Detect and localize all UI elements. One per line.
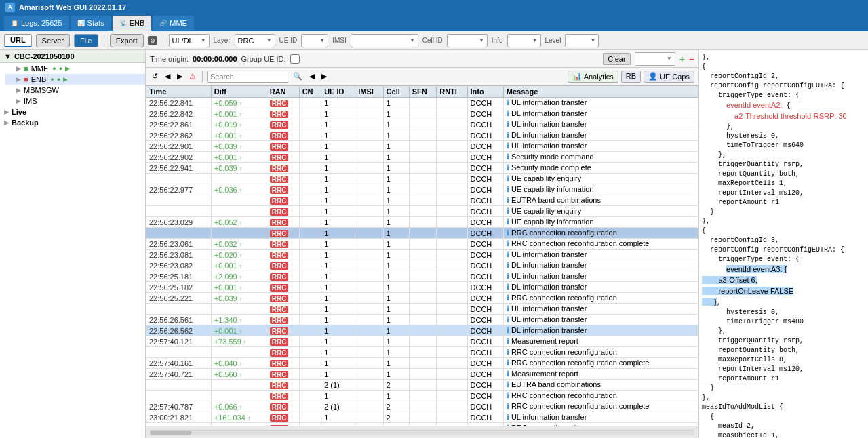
col-ue-id[interactable]: UE ID: [321, 86, 355, 98]
table-row[interactable]: RRC 1 1 DCCH ℹ UE capability enquiry: [146, 174, 698, 184]
table-row[interactable]: 22:56:25.181 +2.099 ↑ RRC 1 1 DCCH ℹ UL …: [146, 271, 698, 282]
cell-cn: [299, 141, 321, 152]
col-cell[interactable]: Cell: [383, 86, 409, 98]
ue-id-select[interactable]: [301, 34, 328, 47]
table-row[interactable]: 23:00:21.821 +161.034 ↑ RRC 1 2 DCCH ℹ U…: [146, 412, 698, 423]
table-row[interactable]: 22:56:22.901 +0.039 ↑ RRC 1 1 DCCH ℹ UL …: [146, 141, 698, 152]
cell-ue-id: 1: [321, 250, 355, 260]
table-row[interactable]: 22:56:26.562 +0.001 ↑ RRC 1 1 DCCH ℹ DL …: [146, 325, 698, 336]
col-info[interactable]: Info: [467, 86, 503, 98]
sidebar-item-mbmsgw[interactable]: ▶ MBMSGW: [5, 85, 145, 96]
remove-filter-icon[interactable]: −: [689, 54, 694, 64]
cell-id-select[interactable]: [447, 34, 488, 47]
table-row[interactable]: RRC 1 1 DCCH ℹ EUTRA band combinations: [146, 195, 698, 206]
search-next-btn[interactable]: ▶: [319, 71, 329, 81]
cell-info: DCCH: [467, 380, 503, 391]
table-row[interactable]: 22:56:22.842 +0.001 ↑ RRC 1 1 DCCH ℹ DL …: [146, 108, 698, 119]
table-row[interactable]: 22:57:40.161 +0.040 ↑ RRC 1 1 DCCH ℹ RRC…: [146, 358, 698, 369]
clear-button[interactable]: Clear: [603, 53, 630, 65]
settings-icon[interactable]: ⚙: [148, 36, 157, 45]
filter-extra-select[interactable]: [635, 52, 675, 66]
ul-dl-select[interactable]: UL/DL: [169, 34, 210, 47]
cell-cell: 1: [383, 250, 409, 260]
cell-message: ℹ Measurement report: [503, 336, 698, 347]
table-row[interactable]: 22:57:40.121 +73.559 ↑ RRC 1 1 DCCH ℹ Me…: [146, 336, 698, 347]
level-select[interactable]: [565, 34, 599, 47]
table-row[interactable]: 22:56:23.029 +0.052 ↑ RRC 1 1 DCCH ℹ UE …: [146, 217, 698, 228]
url-button[interactable]: URL: [4, 34, 32, 47]
cell-time: [146, 228, 212, 239]
table-row[interactable]: 22:56:26.561 +1.340 ↑ RRC 1 1 DCCH ℹ UL …: [146, 315, 698, 325]
table-row[interactable]: RRC 1 1 DCCH ℹ RRC connection reconfigur…: [146, 347, 698, 358]
cell-rnti: [437, 391, 467, 401]
tab-enb[interactable]: 📡 ENB: [113, 16, 152, 31]
cell-message: ℹ UE capability information: [503, 217, 698, 228]
ue-caps-btn[interactable]: 👤 UE Caps: [644, 71, 694, 83]
col-cn[interactable]: CN: [299, 86, 321, 98]
sidebar-section-live[interactable]: ▶ Live: [0, 106, 145, 117]
col-sfn[interactable]: SFN: [409, 86, 437, 98]
table-row[interactable]: 22:56:22.902 +0.001 ↑ RRC 1 1 DCCH ℹ Sec…: [146, 152, 698, 163]
search-icon-btn[interactable]: 🔍: [291, 71, 304, 81]
sidebar-root[interactable]: ▼ CBC-2021050100: [0, 50, 145, 63]
table-row[interactable]: RRC 1 1 DCCH ℹ RRC connection reconfigur…: [146, 391, 698, 401]
export-button[interactable]: Export: [110, 34, 144, 47]
sidebar-section-backup[interactable]: ▶ Backup: [0, 117, 145, 128]
cell-rnti: [437, 282, 467, 293]
file-button[interactable]: File: [74, 34, 98, 47]
cell-sfn: [409, 358, 437, 369]
sidebar-item-ims[interactable]: ▶ IMS: [5, 96, 145, 106]
add-filter-icon[interactable]: +: [679, 54, 685, 64]
table-row[interactable]: 22:56:23.082 +0.001 ↑ RRC 1 1 DCCH ℹ DL …: [146, 260, 698, 271]
cell-cn: [299, 336, 321, 347]
info-select[interactable]: [507, 34, 541, 47]
enb-dot-2: ●: [57, 76, 60, 83]
table-row[interactable]: 22:56:23.081 +0.020 ↑ RRC 1 1 DCCH ℹ UL …: [146, 250, 698, 260]
analytics-btn[interactable]: 📊 Analytics: [568, 71, 618, 83]
table-row[interactable]: 22:56:25.221 +0.039 ↑ RRC 1 1 DCCH ℹ RRC…: [146, 293, 698, 304]
step-back-btn[interactable]: ◀: [163, 71, 172, 81]
log-table-container[interactable]: Time Diff RAN CN UE ID IMSI Cell SFN RNT…: [146, 85, 698, 426]
table-row[interactable]: 22:56:22.941 +0.039 ↑ RRC 1 1 DCCH ℹ Sec…: [146, 163, 698, 174]
col-rnti[interactable]: RNTI: [437, 86, 467, 98]
table-row[interactable]: RRC 2 (1) 2 DCCH ℹ EUTRA band combinatio…: [146, 380, 698, 391]
sidebar-item-mme[interactable]: ▶ ■ MME ● ● ▶: [5, 63, 145, 74]
sidebar: ▼ CBC-2021050100 ▶ ■ MME ● ● ▶ ▶ ■ ENB ●…: [0, 50, 146, 438]
search-input[interactable]: [207, 71, 288, 83]
table-row[interactable]: 22:56:23.061 +0.032 ↑ RRC 1 1 DCCH ℹ RRC…: [146, 239, 698, 250]
table-row[interactable]: 22:56:22.861 +0.019 ↑ RRC 1 1 DCCH ℹ UL …: [146, 119, 698, 130]
tab-stats[interactable]: 📊 Stats: [71, 16, 111, 31]
refresh-btn[interactable]: ↺: [150, 71, 160, 81]
cell-rnti: [437, 195, 467, 206]
col-ran[interactable]: RAN: [267, 86, 299, 98]
table-row[interactable]: RRC 1 1 DCCH ℹ RRC connection reconfigur…: [146, 228, 698, 239]
table-row[interactable]: 22:56:25.182 +0.001 ↑ RRC 1 1 DCCH ℹ DL …: [146, 282, 698, 293]
col-imsi[interactable]: IMSI: [355, 86, 383, 98]
cell-diff: [211, 195, 267, 206]
log-toolbar-divider: [202, 71, 203, 83]
cell-ran: RRC: [267, 380, 299, 391]
table-row[interactable]: 22:56:22.977 +0.036 ↑ RRC 1 1 DCCH ℹ UE …: [146, 184, 698, 195]
server-button[interactable]: Server: [36, 34, 70, 47]
layer-select[interactable]: RRC: [235, 34, 275, 47]
table-row[interactable]: RRC 1 1 DCCH ℹ UE capability enquiry: [146, 206, 698, 217]
warning-btn[interactable]: ⚠: [187, 71, 198, 81]
table-row[interactable]: 22:56:22.841 +0.059 ↑ RRC 1 1 DCCH ℹ UL …: [146, 98, 698, 108]
col-diff[interactable]: Diff: [211, 86, 267, 98]
sidebar-item-enb[interactable]: ▶ ■ ENB ● ● ▶: [5, 74, 145, 85]
level-label: Level: [545, 37, 561, 44]
col-time[interactable]: Time: [146, 86, 212, 98]
h-scrollbar[interactable]: [150, 430, 694, 435]
group-ue-checkbox[interactable]: [290, 53, 300, 65]
col-message[interactable]: Message: [503, 86, 698, 98]
table-row[interactable]: 22:57:40.787 +0.066 ↑ RRC 2 (1) 2 DCCH ℹ…: [146, 401, 698, 412]
table-row[interactable]: 22:57:40.721 +0.560 ↑ RRC 1 1 DCCH ℹ Mea…: [146, 369, 698, 380]
tab-logs[interactable]: 📋 Logs: 25625: [4, 16, 69, 31]
rb-btn[interactable]: RB: [621, 71, 641, 83]
table-row[interactable]: RRC 1 1 DCCH ℹ UL information transfer: [146, 304, 698, 315]
tab-mme[interactable]: 🔗 MME: [153, 16, 194, 31]
imsi-select[interactable]: [351, 34, 418, 47]
search-prev-btn[interactable]: ◀: [307, 71, 317, 81]
step-forward-btn[interactable]: ▶: [175, 71, 184, 81]
table-row[interactable]: 22:56:22.862 +0.001 ↑ RRC 1 1 DCCH ℹ DL …: [146, 130, 698, 141]
